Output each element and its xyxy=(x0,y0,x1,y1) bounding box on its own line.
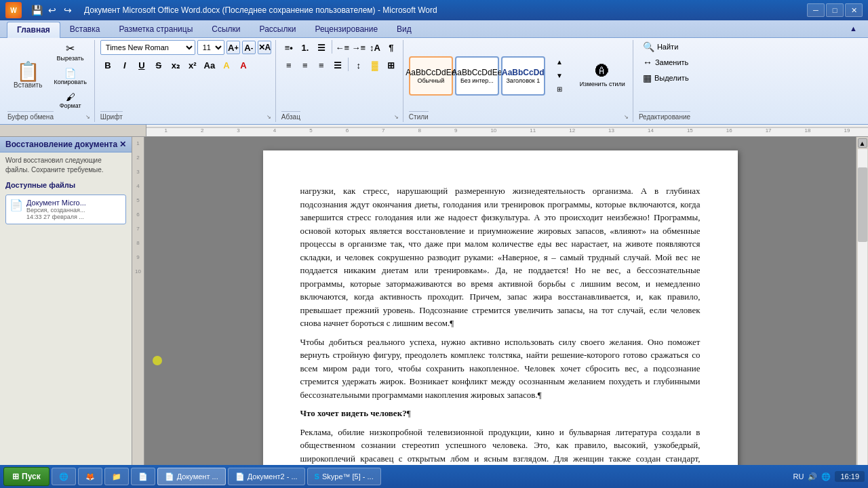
decrease-indent-btn[interactable]: ←≡ xyxy=(335,40,350,55)
text-effects-btn[interactable]: Aa xyxy=(202,58,217,73)
font-shrink-btn[interactable]: A- xyxy=(242,41,256,54)
paste-btn[interactable]: 📋 Вставить xyxy=(7,59,48,92)
minimize-btn[interactable]: ─ xyxy=(807,3,825,17)
tab-insert[interactable]: Вставка xyxy=(60,22,110,37)
scroll-track xyxy=(858,149,867,488)
style-nospacing-label: Без интер... xyxy=(460,77,494,84)
taskbar-firefox[interactable]: 🦊 xyxy=(78,468,102,485)
start-button[interactable]: ⊞ Пуск xyxy=(3,467,50,486)
replace-label: Заменить xyxy=(655,58,688,66)
taskbar-word-icon[interactable]: 📄 xyxy=(131,468,155,485)
borders-btn[interactable]: ⊞ xyxy=(384,58,399,73)
bold-btn[interactable]: B xyxy=(100,58,115,73)
taskbar-folder[interactable]: 📁 xyxy=(104,468,129,485)
recovery-header-icon[interactable]: ✕ xyxy=(119,140,126,149)
taskbar: ⊞ Пуск 🌐 🦊 📁 📄 📄 Документ ... 📄 Документ… xyxy=(0,465,868,488)
horizontal-ruler: 12345678910111213141516171819 xyxy=(146,125,868,137)
style-normal[interactable]: AaBbCcDdEe Обычный xyxy=(409,56,453,96)
recovered-doc-item[interactable]: 📄 Документ Micro... Версия, созданная...… xyxy=(5,195,126,224)
font-grow-btn[interactable]: A+ xyxy=(226,41,240,54)
shading-btn[interactable]: ▓ xyxy=(368,58,382,73)
increase-indent-btn[interactable]: →≡ xyxy=(351,40,366,55)
scroll-thumb[interactable] xyxy=(858,167,867,242)
taskbar-internet-explorer[interactable]: 🌐 xyxy=(52,468,76,485)
main-area: Восстановление документа ✕ Word восстано… xyxy=(0,137,868,488)
tab-home[interactable]: Главная xyxy=(7,22,60,38)
scroll-up-btn[interactable]: ▲ xyxy=(858,138,867,148)
document-page[interactable]: нагрузки, как стресс, нарушающий размере… xyxy=(263,150,738,488)
styles-scroll-down[interactable]: ▼ xyxy=(550,70,569,81)
tab-review[interactable]: Рецензирование xyxy=(305,22,387,37)
para-label: Абзац xyxy=(281,111,300,122)
tab-mailings[interactable]: Рассылки xyxy=(250,22,306,37)
window-controls: ─ □ ✕ xyxy=(807,3,863,17)
document-text: нагрузки, как стресс, нарушающий размере… xyxy=(300,184,701,488)
font-color-btn[interactable]: A xyxy=(236,58,251,73)
sort-btn[interactable]: ↕A xyxy=(368,40,382,55)
window-title: Документ Microsoft Office Word.docx (Пос… xyxy=(84,5,437,15)
taskbar-right: RU 🔊 🌐 16:19 xyxy=(793,471,865,482)
taskbar-doc2[interactable]: 📄 Документ2 - ... xyxy=(228,468,305,485)
find-btn[interactable]: 🔍 Найти xyxy=(639,40,682,54)
multilevel-btn[interactable]: ☰ xyxy=(314,40,329,55)
skype-icon: S xyxy=(315,472,319,481)
styles-group: AaBbCcDdEe Обычный AaBbCcDdEe Без интер.… xyxy=(405,40,633,122)
highlight-btn[interactable]: A xyxy=(219,58,234,73)
close-btn[interactable]: ✕ xyxy=(845,3,863,17)
italic-btn[interactable]: I xyxy=(117,58,132,73)
taskbar-doc1[interactable]: 📄 Документ ... xyxy=(157,468,226,485)
doc1-icon: 📄 xyxy=(165,472,174,481)
superscript-btn[interactable]: x² xyxy=(185,58,200,73)
clear-format-btn[interactable]: ✕A xyxy=(258,41,271,54)
styles-scroll-up[interactable]: ▲ xyxy=(550,56,569,68)
para-3-heading: Что хочет видеть человек?¶ xyxy=(300,407,701,420)
word-icon: 📄 xyxy=(138,472,148,481)
subscript-btn[interactable]: x₂ xyxy=(168,58,183,73)
cut-btn[interactable]: ✂ Вырезать xyxy=(50,40,90,64)
para-2: Чтобы добиться реального успеха, нужно а… xyxy=(300,336,701,402)
style-normal-preview: AaBbCcDdEe xyxy=(406,68,456,77)
document-area[interactable]: нагрузки, как стресс, нарушающий размере… xyxy=(144,137,856,488)
align-center-btn[interactable]: ≡ xyxy=(298,58,313,73)
tab-references[interactable]: Ссылки xyxy=(202,22,250,37)
clipboard-expand-icon[interactable]: ↘ xyxy=(85,114,90,120)
ribbon-collapse-btn[interactable]: ▲ xyxy=(846,23,861,37)
align-left-btn[interactable]: ≡ xyxy=(281,58,296,73)
para-controls: ≡• 1. ☰ ←≡ →≡ ↕A ¶ ≡ ≡ ≡ ☰ ↕ ▓ xyxy=(281,40,399,111)
copy-btn[interactable]: 📄 Копировать xyxy=(50,66,90,87)
tab-view[interactable]: Вид xyxy=(387,22,421,37)
style-no-spacing[interactable]: AaBbCcDdEe Без интер... xyxy=(455,56,499,96)
tab-page-layout[interactable]: Разметка страницы xyxy=(109,22,202,37)
style-h1-label: Заголовок 1 xyxy=(506,77,540,84)
underline-btn[interactable]: U xyxy=(134,58,149,73)
save-quick-btn[interactable]: 💾 xyxy=(30,3,43,17)
redo-quick-btn[interactable]: ↪ xyxy=(61,3,75,17)
clipboard-group: 📋 Вставить ✂ Вырезать 📄 Копировать 🖌 xyxy=(3,40,95,122)
undo-quick-btn[interactable]: ↩ xyxy=(45,3,59,17)
numbering-btn[interactable]: 1. xyxy=(298,40,313,55)
font-size-select[interactable]: 11 xyxy=(197,40,224,55)
taskbar-skype[interactable]: S Skype™ [5] - ... xyxy=(307,468,381,485)
styles-expand-icon[interactable]: ↘ xyxy=(624,114,629,120)
styles-expand[interactable]: ⊞ xyxy=(550,83,569,95)
replace-btn[interactable]: ↔ Заменить xyxy=(639,56,692,69)
right-scrollbar[interactable]: ▲ ▼ xyxy=(856,137,868,488)
bullets-btn[interactable]: ≡• xyxy=(281,40,296,55)
style-heading1[interactable]: AaBbCcDd Заголовок 1 xyxy=(501,56,545,96)
find-label: Найти xyxy=(657,43,678,51)
select-btn[interactable]: ▦ Выделить xyxy=(639,71,693,85)
para-expand-icon[interactable]: ↘ xyxy=(394,114,399,120)
strikethrough-btn[interactable]: S xyxy=(151,58,166,73)
font-name-select[interactable]: Times New Roman xyxy=(100,40,195,55)
volume-icon: 🔊 xyxy=(808,472,817,481)
format-painter-btn[interactable]: 🖌 Формат xyxy=(50,89,90,111)
justify-btn[interactable]: ☰ xyxy=(330,58,345,73)
firefox-icon: 🦊 xyxy=(85,472,95,481)
line-spacing-btn[interactable]: ↕ xyxy=(351,58,366,73)
show-marks-btn[interactable]: ¶ xyxy=(384,40,399,55)
align-right-btn[interactable]: ≡ xyxy=(314,58,329,73)
maximize-btn[interactable]: □ xyxy=(826,3,844,17)
change-styles-btn[interactable]: 🅐 Изменить стили xyxy=(576,62,629,89)
para-1: нагрузки, как стресс, нарушающий размере… xyxy=(300,184,701,330)
font-expand-icon[interactable]: ↘ xyxy=(267,114,271,120)
